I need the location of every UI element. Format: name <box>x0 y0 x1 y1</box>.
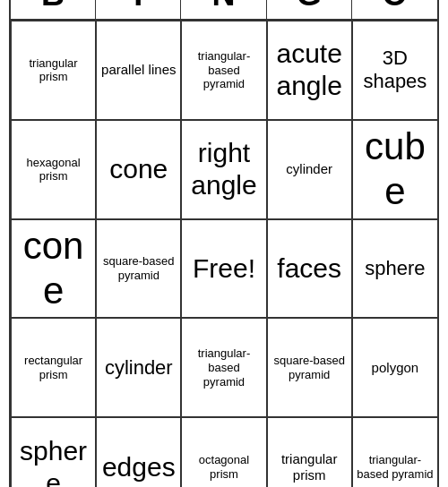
bingo-cell: hexagonal prism <box>11 120 96 219</box>
bingo-cell: acute angle <box>267 21 352 120</box>
bingo-cell: 3D shapes <box>352 21 437 120</box>
bingo-cell: cylinder <box>96 318 181 417</box>
bingo-cell: octagonal prism <box>181 417 266 487</box>
bingo-cell: square-based pyramid <box>96 219 181 319</box>
bingo-cell: square-based pyramid <box>267 318 352 417</box>
bingo-cell: Free! <box>181 219 266 319</box>
header-letter: B <box>11 0 96 19</box>
bingo-grid: triangular prismparallel linestriangular… <box>11 21 437 487</box>
bingo-cell: cylinder <box>267 120 352 219</box>
header-letter: I <box>96 0 181 19</box>
header-letter: N <box>181 0 266 19</box>
bingo-header: BINGO <box>11 0 437 21</box>
bingo-cell: parallel lines <box>96 21 181 120</box>
bingo-cell: cone <box>96 120 181 219</box>
bingo-cell: triangular-based pyramid <box>181 21 266 120</box>
header-letter: O <box>352 0 437 19</box>
bingo-cell: triangular-based pyramid <box>352 417 437 487</box>
bingo-cell: triangular prism <box>267 417 352 487</box>
bingo-cell: triangular-based pyramid <box>181 318 266 417</box>
bingo-cell: sphere <box>352 219 437 319</box>
bingo-cell: rectangular prism <box>11 318 96 417</box>
header-letter: G <box>267 0 352 19</box>
bingo-cell: sphere <box>11 417 96 487</box>
bingo-cell: faces <box>267 219 352 319</box>
bingo-cell: polygon <box>352 318 437 417</box>
bingo-cell: cube <box>352 120 437 219</box>
bingo-cell: edges <box>96 417 181 487</box>
bingo-cell: triangular prism <box>11 21 96 120</box>
bingo-cell: right angle <box>181 120 266 219</box>
bingo-cell: cone <box>11 219 96 319</box>
bingo-card: BINGO triangular prismparallel linestria… <box>9 0 439 487</box>
